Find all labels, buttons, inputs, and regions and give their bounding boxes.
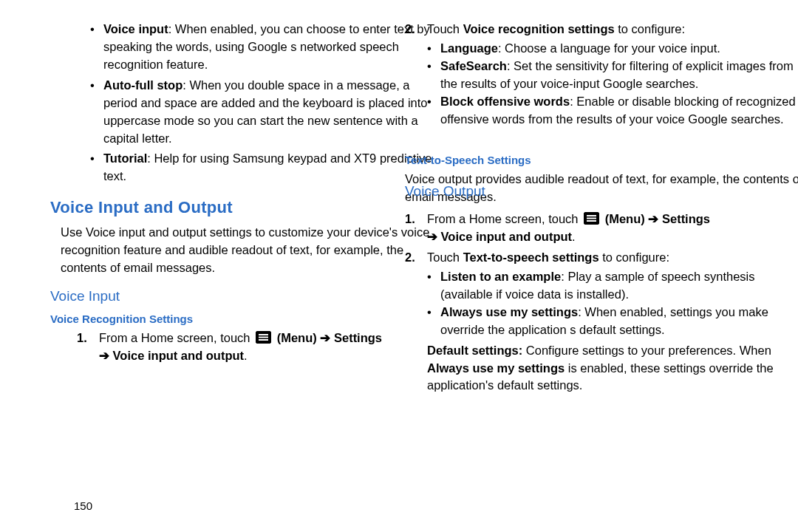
voice-input-output-heading: Voice Input and Output [50,196,434,219]
arrow-icon: ➔ [648,212,658,225]
vio-intro: Use Voice input and output settings to c… [50,224,434,277]
menu-icon [256,331,271,344]
left-step-1: 1. From a Home screen, touch (Menu) ➔ Se… [77,330,434,347]
default-settings-para: Default settings: Configure settings to … [405,342,798,395]
right-tts-step-1: 1. From a Home screen, touch (Menu) ➔ Se… [405,211,798,228]
left-column: Voice input: When enabled, you can choos… [50,21,434,365]
bullet-auto-full-stop: Auto-full stop: When you double space in… [90,77,434,148]
bullet-block-offensive: Block offensive words: Enable or disable… [427,93,798,129]
voice-recognition-settings-heading: Voice Recognition Settings [50,311,434,327]
arrow-icon: ➔ [320,331,330,344]
left-step-1-cont: ➔ Voice input and output. [77,347,434,365]
bullet-always-use-settings: Always use my settings: When enabled, se… [427,304,798,339]
bullet-safesearch: SafeSearch: Set the sensitivity for filt… [427,58,798,93]
bullet-listen-example: Listen to an example: Play a sample of s… [427,268,798,304]
right-step-2: 2. Touch Voice recognition settings to c… [405,21,798,38]
bullet-language: Language: Choose a language for your voi… [427,40,798,58]
page-number: 150 [74,498,92,514]
voice-output-heading: Voice Output [405,181,485,202]
voice-input-heading: Voice Input [50,286,434,307]
bullet-voice-input: Voice input: When enabled, you can choos… [90,21,434,74]
right-column: 2. Touch Voice recognition settings to c… [405,21,798,395]
tts-settings-heading: Text-to-Speech Settings [405,152,798,168]
right-tts-step-1-cont: ➔ Voice input and output. [405,228,798,246]
menu-icon [584,212,599,225]
right-tts-step-2: 2. Touch Text-to-speech settings to conf… [405,249,798,267]
bullet-tutorial: Tutorial: Help for using Samsung keypad … [90,150,434,185]
